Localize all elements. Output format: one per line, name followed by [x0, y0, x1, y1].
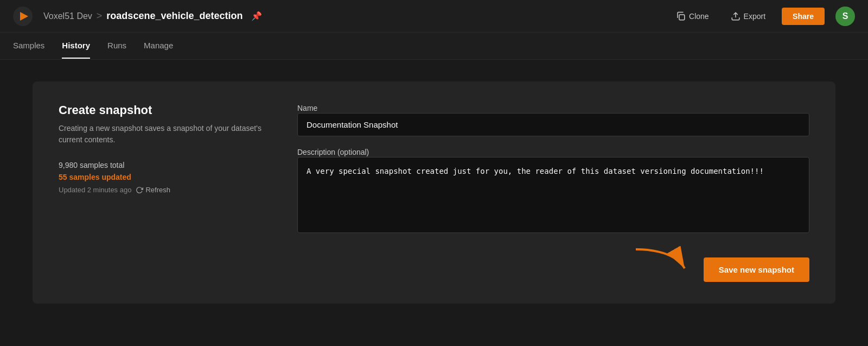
clone-icon	[676, 11, 686, 21]
secondary-nav: Samples History Runs Manage	[0, 33, 868, 60]
app-logo[interactable]	[13, 7, 33, 26]
snapshot-subtitle: Creating a new snapshot saves a snapshot…	[59, 123, 265, 146]
name-label: Name	[297, 104, 317, 112]
nav-actions: Clone Export Share S	[671, 7, 855, 26]
clone-button[interactable]: Clone	[671, 8, 714, 24]
snapshot-right-panel: Name Description (optional) A very speci…	[297, 103, 809, 282]
arrow-button-container: Save new snapshot	[297, 244, 809, 282]
samples-total: 9,980 samples total	[59, 161, 265, 169]
breadcrumb-separator: >	[97, 10, 103, 22]
avatar[interactable]: S	[835, 7, 855, 26]
button-row: Save new snapshot	[297, 244, 809, 282]
snapshot-left-panel: Create snapshot Creating a new snapshot …	[59, 103, 265, 282]
tab-manage[interactable]: Manage	[144, 33, 173, 59]
tab-history[interactable]: History	[62, 33, 90, 59]
refresh-button[interactable]: Refresh	[136, 186, 170, 194]
arrow-icon	[630, 244, 695, 276]
save-snapshot-button[interactable]: Save new snapshot	[704, 257, 809, 282]
refresh-icon	[136, 186, 143, 194]
svg-rect-2	[679, 15, 685, 20]
export-icon	[731, 11, 741, 21]
updated-time-text: Updated 2 minutes ago	[59, 186, 131, 194]
export-button[interactable]: Export	[725, 8, 771, 24]
updated-time: Updated 2 minutes ago Refresh	[59, 186, 265, 194]
tab-runs[interactable]: Runs	[107, 33, 126, 59]
description-label: Description (optional)	[297, 148, 369, 156]
share-button[interactable]: Share	[782, 8, 825, 25]
name-input[interactable]	[297, 113, 809, 136]
breadcrumb: Voxel51 Dev > roadscene_vehicle_detectio…	[13, 7, 671, 26]
snapshot-card: Create snapshot Creating a new snapshot …	[33, 81, 835, 304]
description-textarea[interactable]: A very special snapshot created just for…	[297, 157, 809, 233]
pin-icon[interactable]: 📌	[251, 11, 262, 21]
samples-updated: 55 samples updated	[59, 173, 265, 181]
main-content: Create snapshot Creating a new snapshot …	[0, 60, 868, 325]
top-navbar: Voxel51 Dev > roadscene_vehicle_detectio…	[0, 0, 868, 33]
tab-samples[interactable]: Samples	[13, 33, 44, 59]
workspace-label[interactable]: Voxel51 Dev	[43, 11, 92, 21]
dataset-name[interactable]: roadscene_vehicle_detection	[106, 10, 242, 22]
snapshot-title: Create snapshot	[59, 103, 265, 117]
